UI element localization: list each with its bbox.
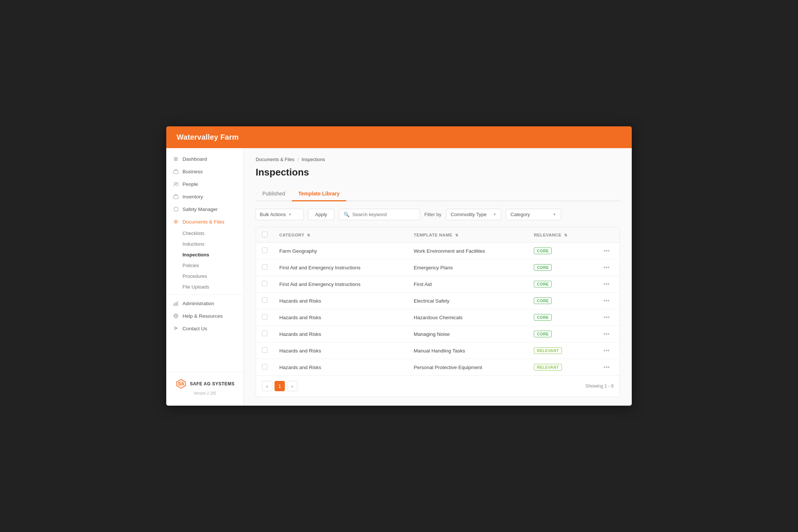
people-icon xyxy=(173,181,179,187)
search-input[interactable] xyxy=(352,212,412,217)
sidebar-label: Safety Manager xyxy=(183,207,218,212)
tab-published-label: Published xyxy=(262,191,285,197)
relevance-badge: RELEVANT xyxy=(534,347,562,354)
sidebar-sub-item-checklists[interactable]: Checklists xyxy=(166,228,243,239)
main-layout: ⊞ Dashboard Business People Inventory xyxy=(166,148,632,406)
row-checkbox-3[interactable] xyxy=(262,281,267,286)
administration-icon xyxy=(173,300,179,306)
sidebar-item-dashboard[interactable]: ⊞ Dashboard xyxy=(166,153,243,165)
more-options-button[interactable]: ••• xyxy=(599,297,614,304)
sidebar-item-people[interactable]: People xyxy=(166,178,243,190)
bulk-actions-dropdown[interactable]: Bulk Actions ▼ xyxy=(256,209,304,220)
sidebar-item-inventory[interactable]: Inventory xyxy=(166,190,243,203)
next-page-button[interactable]: › xyxy=(287,381,297,391)
row-category: Hazards and Risks xyxy=(273,326,408,342)
row-checkbox-cell xyxy=(256,309,273,326)
category-filter[interactable]: Category ▼ xyxy=(506,209,561,220)
svg-rect-5 xyxy=(174,304,175,305)
more-options-button[interactable]: ••• xyxy=(599,248,614,254)
sidebar-item-administration[interactable]: Administration xyxy=(166,297,243,310)
table-row: Hazards and Risks Hazardous Chemicals CO… xyxy=(256,309,620,326)
th-relevance[interactable]: RELEVANCE ⇅ xyxy=(528,227,593,243)
table-row: First Aid and Emergency Instructions Eme… xyxy=(256,259,620,276)
apply-button[interactable]: Apply xyxy=(308,209,334,220)
row-checkbox-7[interactable] xyxy=(262,347,267,353)
table-container: CATEGORY ⇅ TEMPLATE NAME ⇅ RELEVANCE ⇅ xyxy=(256,227,620,397)
row-checkbox-5[interactable] xyxy=(262,314,267,320)
sidebar-sub-item-inductions[interactable]: Inductions xyxy=(166,239,243,249)
category-chevron-icon: ▼ xyxy=(553,212,556,216)
more-options-button[interactable]: ••• xyxy=(599,331,614,337)
more-options-button[interactable]: ••• xyxy=(599,347,614,354)
svg-text:SA: SA xyxy=(178,381,184,386)
row-template-name: Hazardous Chemicals xyxy=(408,309,528,326)
th-category-label: CATEGORY xyxy=(279,233,304,237)
more-options-button[interactable]: ••• xyxy=(599,264,614,271)
breadcrumb-documents-files[interactable]: Documents & Files xyxy=(256,157,294,162)
showing-text: Showing 1 - 8 xyxy=(586,383,614,389)
sidebar-label: Documents & Files xyxy=(183,219,224,225)
more-options-button[interactable]: ••• xyxy=(599,364,614,371)
row-actions-cell: ••• xyxy=(593,276,620,293)
bulk-actions-label: Bulk Actions xyxy=(260,212,286,217)
more-options-button[interactable]: ••• xyxy=(599,314,614,321)
row-checkbox-6[interactable] xyxy=(262,331,267,336)
relevance-badge: CORE xyxy=(534,314,552,321)
safe-ag-logo-icon: SA xyxy=(175,378,187,390)
sidebar-sub-item-procedures[interactable]: Procedures xyxy=(166,271,243,282)
sidebar-item-help-resources[interactable]: Help & Resources xyxy=(166,310,243,322)
sidebar-label: Business xyxy=(183,169,203,174)
row-checkbox-8[interactable] xyxy=(262,364,267,369)
sidebar-item-safety-manager[interactable]: Safety Manager xyxy=(166,203,243,215)
tab-published[interactable]: Published xyxy=(256,187,292,201)
tab-template-library[interactable]: Template Library xyxy=(292,187,347,201)
row-template-name: Manual Handling Tasks xyxy=(408,342,528,359)
row-category: Hazards and Risks xyxy=(273,309,408,326)
row-relevance: CORE xyxy=(528,309,593,326)
sidebar-sub-item-inspections[interactable]: Inspections xyxy=(166,249,243,260)
relevance-badge: RELEVANT xyxy=(534,364,562,371)
sidebar-item-contact-us[interactable]: Contact Us xyxy=(166,322,243,335)
divider xyxy=(166,294,243,295)
sidebar-label: Help & Resources xyxy=(183,313,223,319)
breadcrumb: Documents & Files / Inspections xyxy=(256,157,620,162)
row-relevance: CORE xyxy=(528,326,593,342)
sidebar-label: Inventory xyxy=(183,194,203,200)
relevance-sort-icon: ⇅ xyxy=(564,233,567,237)
row-checkbox-cell xyxy=(256,326,273,342)
gear-icon xyxy=(173,219,179,225)
sidebar-item-business[interactable]: Business xyxy=(166,165,243,178)
prev-page-button[interactable]: ‹ xyxy=(262,381,272,391)
pagination-controls: ‹ 1 › xyxy=(262,381,297,391)
business-icon xyxy=(173,168,179,174)
sidebar-sub-item-policies[interactable]: Policies xyxy=(166,260,243,271)
row-relevance: CORE xyxy=(528,243,593,259)
sidebar-item-documents-files[interactable]: Documents & Files xyxy=(166,215,243,228)
row-checkbox-1[interactable] xyxy=(262,248,267,253)
row-checkbox-4[interactable] xyxy=(262,297,267,303)
page-1-button[interactable]: 1 xyxy=(274,381,285,391)
filter-by-label: Filter by xyxy=(424,212,441,217)
shield-icon xyxy=(173,206,179,212)
select-all-checkbox[interactable] xyxy=(262,232,267,237)
tabs-container: Published Template Library xyxy=(256,187,620,201)
row-template-name: First Aid xyxy=(408,276,528,293)
th-category[interactable]: CATEGORY ⇅ xyxy=(273,227,408,243)
category-label: Category xyxy=(511,212,530,217)
row-checkbox-2[interactable] xyxy=(262,264,267,270)
row-relevance: CORE xyxy=(528,259,593,276)
relevance-badge: CORE xyxy=(534,331,552,337)
row-category: Hazards and Risks xyxy=(273,342,408,359)
relevance-badge: CORE xyxy=(534,264,552,271)
sidebar-sub-item-file-uploads[interactable]: File Uploads xyxy=(166,282,243,292)
commodity-type-filter[interactable]: Commodity Type ▼ xyxy=(446,209,501,220)
sidebar-logo-area: SA SAFE AG SYSTEMS Version 2.185 xyxy=(166,372,243,401)
table-row: First Aid and Emergency Instructions Fir… xyxy=(256,276,620,293)
svg-rect-7 xyxy=(177,302,178,306)
svg-rect-6 xyxy=(175,303,176,305)
row-relevance: RELEVANT xyxy=(528,359,593,376)
row-actions-cell: ••• xyxy=(593,359,620,376)
row-template-name: Electrical Safety xyxy=(408,293,528,309)
th-template-name[interactable]: TEMPLATE NAME ⇅ xyxy=(408,227,528,243)
more-options-button[interactable]: ••• xyxy=(599,281,614,287)
